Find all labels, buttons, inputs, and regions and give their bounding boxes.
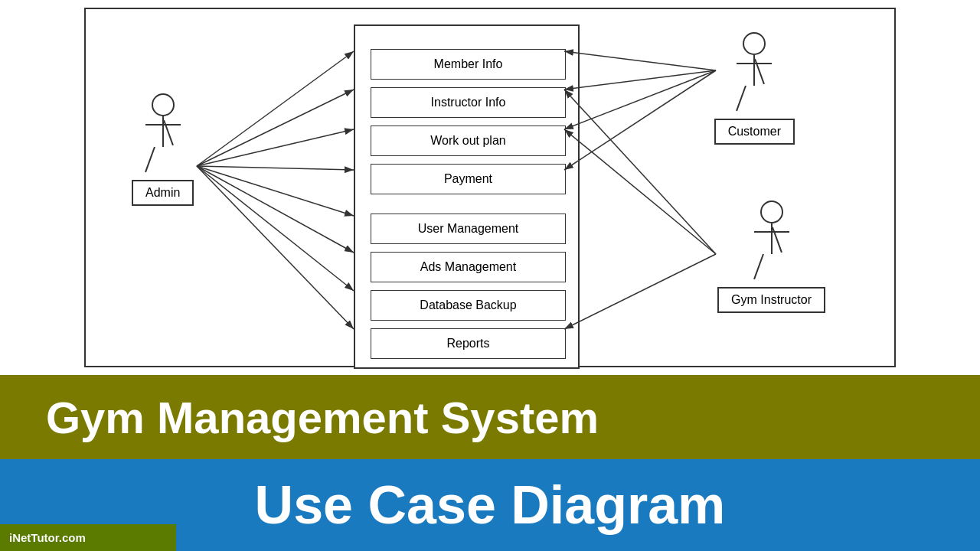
use-case-reports: Reports xyxy=(371,328,566,359)
banner-title: Gym Management System xyxy=(46,392,599,443)
arrow-admin-adsmgmt xyxy=(197,166,354,253)
arrow-admin-backup xyxy=(197,166,354,291)
banner-olive: Gym Management System xyxy=(0,375,980,459)
arrow-admin-reports xyxy=(197,166,354,329)
instructor-legs xyxy=(756,254,787,281)
admin-arms xyxy=(145,124,181,126)
admin-label: Admin xyxy=(132,180,194,206)
watermark-label: iNetTutor.com xyxy=(9,531,86,544)
use-case-instructor-info: Instructor Info xyxy=(371,87,566,118)
use-case-workout-plan: Work out plan xyxy=(371,126,566,156)
arrow-admin-workout xyxy=(197,129,354,166)
bottom-banner: Gym Management System Use Case Diagram i… xyxy=(0,375,980,551)
banner-watermark-bar: iNetTutor.com xyxy=(0,524,176,551)
arrow-customer-workout xyxy=(564,70,716,129)
arrow-admin-member xyxy=(197,51,354,166)
customer-arms xyxy=(737,63,772,64)
arrow-admin-usermgmt xyxy=(197,166,354,216)
arrow-admin-instructor xyxy=(197,90,354,166)
diagram-area: Member Info Instructor Info Work out pla… xyxy=(0,0,980,375)
arrow-instructor-reports xyxy=(564,254,716,329)
banner-subtitle: Use Case Diagram xyxy=(255,474,726,536)
arrow-instructor-instructorinfo xyxy=(564,90,716,254)
system-boundary: Member Info Instructor Info Work out pla… xyxy=(354,24,580,369)
use-case-user-management: User Management xyxy=(371,214,566,244)
admin-legs xyxy=(148,147,178,174)
instructor-label: Gym Instructor xyxy=(717,287,825,313)
arrow-admin-payment xyxy=(197,166,354,170)
arrow-instructor-workout xyxy=(564,129,716,254)
use-case-database-backup: Database Backup xyxy=(371,290,566,321)
customer-label: Customer xyxy=(714,119,795,145)
customer-legs xyxy=(739,86,769,112)
use-case-ads-management: Ads Management xyxy=(371,252,566,282)
arrow-customer-payment xyxy=(564,70,716,170)
use-case-member-info: Member Info xyxy=(371,49,566,80)
customer-head xyxy=(743,32,766,55)
admin-leg-left xyxy=(145,147,155,173)
instructor-leg-left xyxy=(753,254,764,280)
arrow-customer-instructor xyxy=(564,70,716,90)
instructor-head xyxy=(760,201,783,223)
customer-leg-left xyxy=(736,86,746,112)
actor-customer: Customer xyxy=(714,32,795,145)
admin-head xyxy=(152,93,175,116)
diagram-box: Member Info Instructor Info Work out pla… xyxy=(84,8,896,367)
actor-admin: Admin xyxy=(132,93,194,206)
use-case-payment: Payment xyxy=(371,164,566,194)
actor-gym-instructor: Gym Instructor xyxy=(717,201,825,313)
arrow-customer-member xyxy=(564,51,716,70)
instructor-arms xyxy=(754,231,789,233)
